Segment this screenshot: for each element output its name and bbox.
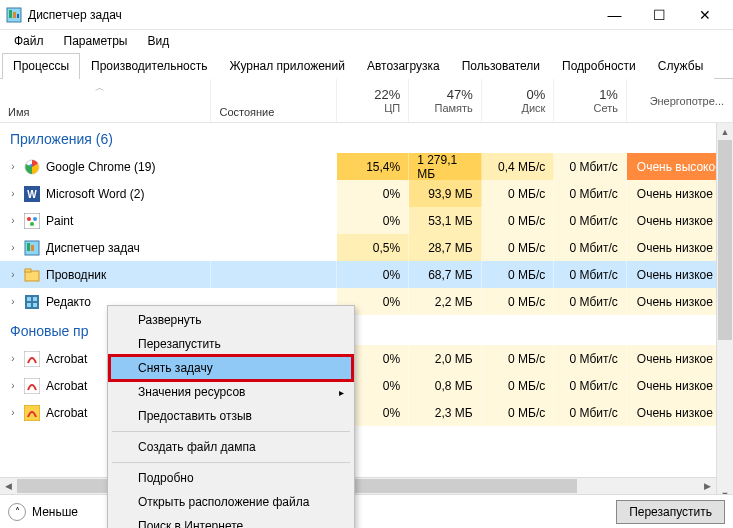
svg-rect-20 [27,303,31,307]
process-name: Acrobat [46,379,87,393]
context-menu-item[interactable]: Снять задачу [110,356,352,380]
svg-rect-3 [17,14,19,18]
svg-rect-2 [13,12,16,18]
tab-users[interactable]: Пользователи [451,53,551,79]
svg-rect-8 [24,213,40,229]
svg-rect-1 [9,10,12,18]
taskmgr-icon [6,7,22,23]
svg-point-11 [30,222,34,226]
titlebar: Диспетчер задач — ☐ ✕ [0,0,733,30]
process-row[interactable]: › W Microsoft Word (2) 0% 93,9 МБ 0 МБ/с… [0,180,733,207]
expand-icon[interactable]: › [8,296,18,307]
memory-cell: 93,9 МБ [409,180,482,207]
disk-cell: 0 МБ/с [482,261,555,288]
cpu-cell: 0% [337,207,410,234]
cpu-cell: 0% [337,261,410,288]
process-row[interactable]: › Проводник 0% 68,7 МБ 0 МБ/с 0 Мбит/с О… [0,261,733,288]
process-icon [24,294,40,310]
section-apps[interactable]: Приложения (6) [0,123,733,153]
expand-icon[interactable]: › [8,242,18,253]
network-cell: 0 Мбит/с [554,153,627,180]
header-energy[interactable]: Энергопотре... [627,79,733,122]
expand-icon[interactable]: › [8,380,18,391]
scroll-right-icon[interactable]: ▶ [699,478,716,494]
process-icon [24,351,40,367]
fewer-details-button[interactable]: ˄ Меньше [8,503,78,521]
context-menu-item[interactable]: Перезапустить [110,332,352,356]
process-row[interactable]: › Диспетчер задач 0,5% 28,7 МБ 0 МБ/с 0 … [0,234,733,261]
memory-cell: 28,7 МБ [409,234,482,261]
disk-cell: 0 МБ/с [482,180,555,207]
cpu-cell: 0% [337,180,410,207]
tab-startup[interactable]: Автозагрузка [356,53,451,79]
menu-separator [112,431,350,432]
expand-icon[interactable]: › [8,215,18,226]
tab-details[interactable]: Подробности [551,53,647,79]
header-memory[interactable]: 47% Память [409,79,482,122]
context-menu-item[interactable]: Значения ресурсов▸ [110,380,352,404]
disk-cell: 0 МБ/с [482,234,555,261]
cpu-cell: 0,5% [337,234,410,261]
expand-icon[interactable]: › [8,353,18,364]
process-icon [24,267,40,283]
header-disk[interactable]: 0% Диск [482,79,555,122]
scroll-left-icon[interactable]: ◀ [0,478,17,494]
context-menu-item[interactable]: Открыть расположение файла [110,490,352,514]
context-menu-item[interactable]: Поиск в Интернете [110,514,352,528]
network-cell: 0 Мбит/с [554,345,627,372]
maximize-button[interactable]: ☐ [637,0,682,30]
memory-cell: 0,8 МБ [409,372,482,399]
tab-app-history[interactable]: Журнал приложений [219,53,356,79]
context-menu-item[interactable]: Подробно [110,466,352,490]
expand-icon[interactable]: › [8,161,18,172]
process-name: Paint [46,214,73,228]
restart-button[interactable]: Перезапустить [616,500,725,524]
disk-cell: 0,4 МБ/с [482,153,555,180]
tab-performance[interactable]: Производительность [80,53,218,79]
memory-cell: 2,3 МБ [409,399,482,426]
network-cell: 0 Мбит/с [554,399,627,426]
expand-icon[interactable]: › [8,188,18,199]
expand-icon[interactable]: › [8,269,18,280]
process-icon [24,378,40,394]
vertical-scrollbar[interactable]: ▲ ▼ [716,123,733,503]
svg-rect-16 [25,269,31,272]
process-name: Проводник [46,268,106,282]
header-cpu[interactable]: 22% ЦП [337,79,410,122]
memory-cell: 1 279,1 МБ [409,153,482,180]
scroll-up-icon[interactable]: ▲ [717,123,733,140]
process-icon [24,159,40,175]
tab-processes[interactable]: Процессы [2,53,80,79]
column-headers: ︿ Имя Состояние 22% ЦП 47% Память 0% Дис… [0,79,733,123]
context-menu: РазвернутьПерезапуститьСнять задачуЗначе… [107,305,355,528]
menu-file[interactable]: Файл [6,32,52,50]
process-name: Microsoft Word (2) [46,187,144,201]
header-network[interactable]: 1% Сеть [554,79,627,122]
process-name: Google Chrome (19) [46,160,155,174]
header-name[interactable]: ︿ Имя [0,79,211,122]
network-cell: 0 Мбит/с [554,180,627,207]
minimize-button[interactable]: — [592,0,637,30]
svg-rect-14 [31,245,34,251]
svg-text:W: W [27,189,37,200]
window-title: Диспетчер задач [28,8,592,22]
menu-view[interactable]: Вид [139,32,177,50]
process-row[interactable]: › Google Chrome (19) 15,4% 1 279,1 МБ 0,… [0,153,733,180]
scroll-thumb[interactable] [718,140,732,340]
process-name: Acrobat [46,352,87,366]
process-row[interactable]: › Paint 0% 53,1 МБ 0 МБ/с 0 Мбит/с Очень… [0,207,733,234]
svg-rect-13 [27,243,30,251]
context-menu-item[interactable]: Предоставить отзыв [110,404,352,428]
process-icon [24,405,40,421]
context-menu-item[interactable]: Развернуть [110,308,352,332]
context-menu-item[interactable]: Создать файл дампа [110,435,352,459]
header-state[interactable]: Состояние [211,79,336,122]
close-button[interactable]: ✕ [682,0,727,30]
submenu-arrow-icon: ▸ [339,387,344,398]
disk-cell: 0 МБ/с [482,288,555,315]
memory-cell: 53,1 МБ [409,207,482,234]
menu-options[interactable]: Параметры [56,32,136,50]
expand-icon[interactable]: › [8,407,18,418]
process-name: Диспетчер задач [46,241,140,255]
tab-services[interactable]: Службы [647,53,714,79]
